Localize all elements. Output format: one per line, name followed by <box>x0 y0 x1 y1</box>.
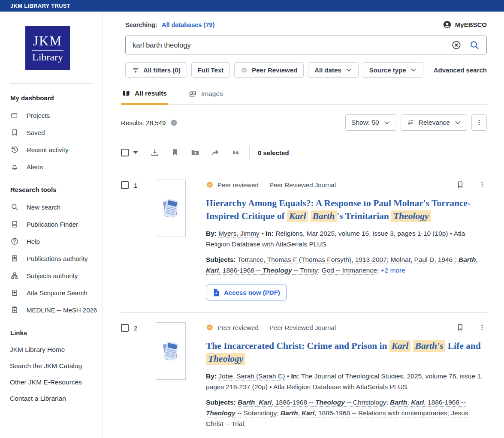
text-link-segment[interactable]: , 1886-1968 -- Relations with contempora… <box>314 409 447 417</box>
text-link-segment[interactable]: Karl <box>259 399 272 407</box>
tab-images[interactable]: Images <box>187 89 224 104</box>
result-card-2: 2 <box>121 313 487 438</box>
sidebar-item-label: Publication Finder <box>27 221 78 228</box>
result-number: 2 <box>134 324 137 332</box>
sidebar-item-new-search[interactable]: New search <box>0 198 103 216</box>
chevron-down-icon <box>383 119 390 126</box>
text-link-segment[interactable]: Torrance, Thomas F (Thomas Forsyth), 191… <box>238 256 387 264</box>
text-link-segment[interactable]: -- Soteriology <box>235 409 277 417</box>
all-filters-button[interactable]: All filters (0) <box>125 62 187 78</box>
save-bookmark-button[interactable] <box>169 147 181 158</box>
sidebar-item-atla-scripture-search[interactable]: Atla Scripture Search <box>0 284 103 301</box>
text-link-segment[interactable]: , 1886-1968 -- <box>219 267 263 275</box>
result-more-options-button[interactable] <box>477 323 487 332</box>
sidebar-item-subjects-authority[interactable]: Subjects authority <box>0 267 103 284</box>
access-pdf-button[interactable]: Access now (PDF) <box>206 285 287 300</box>
sidebar-item-publications-authority[interactable]: Publications authority <box>0 250 103 267</box>
library-logo[interactable]: JKM Library <box>25 26 70 70</box>
text-segment: The Incarcerated Christ: Crime and Priso… <box>206 341 389 351</box>
text-link-segment[interactable]: Theology <box>263 267 292 275</box>
text-segment: Theology <box>206 353 245 365</box>
link-other-jkm-eresources[interactable]: Other JKM E-Resources <box>0 374 103 390</box>
result-checkbox[interactable] <box>121 181 129 189</box>
peer-reviewed-button[interactable]: Peer Reviewed <box>234 62 304 78</box>
text-link-segment[interactable]: -- Trinity <box>292 267 318 275</box>
sort-dropdown[interactable]: Relevance <box>401 114 467 131</box>
text-link-segment[interactable]: -- Christology <box>345 399 386 407</box>
sidebar-item-saved[interactable]: Saved <box>0 124 103 141</box>
result-thumbnail[interactable] <box>156 322 186 380</box>
all-dates-label: All dates <box>314 66 341 74</box>
all-dates-dropdown[interactable]: All dates <box>308 62 359 78</box>
text-link-segment[interactable]: , <box>476 256 477 264</box>
add-to-project-button[interactable] <box>190 147 201 158</box>
kebab-icon <box>475 119 483 126</box>
text-link-segment[interactable]: God -- Immanence <box>322 267 377 275</box>
person-icon <box>443 20 452 29</box>
text-link-segment[interactable]: Molnar, Paul D, 1946- <box>390 256 455 264</box>
search-input[interactable] <box>133 41 444 49</box>
text-segment: In: <box>266 230 275 237</box>
text-link-segment[interactable]: Theology <box>206 409 235 417</box>
text-link-segment[interactable]: Barth <box>238 399 255 407</box>
result-thumbnail[interactable] <box>156 180 186 237</box>
hierarchy-icon <box>10 271 19 280</box>
info-icon[interactable] <box>170 119 178 127</box>
text-link-segment[interactable]: , <box>407 399 411 407</box>
text-link-segment[interactable]: Barth <box>459 256 476 264</box>
search-submit-button[interactable] <box>468 39 480 51</box>
all-databases-link[interactable]: All databases (79) <box>162 21 214 28</box>
source-type-label: Source type <box>369 66 406 74</box>
result-title[interactable]: Hierarchy Among Equals?: A Response to P… <box>206 197 483 222</box>
text-link-segment[interactable]: , 1886-1968 -- <box>424 399 465 407</box>
sidebar-item-medline-mesh[interactable]: MEDLINE -- MeSH 2026 <box>0 301 103 318</box>
peer-reviewed-badge: Peer reviewed <box>217 181 259 189</box>
tab-all-results[interactable]: All results <box>121 89 168 105</box>
text-link-segment[interactable]: +2 more <box>380 267 405 274</box>
text-link-segment[interactable]: , 1886-1968 -- <box>272 399 315 407</box>
select-all-caret[interactable] <box>133 151 138 156</box>
result-title[interactable]: The Incarcerated Christ: Crime and Priso… <box>206 339 483 365</box>
results-more-options-button[interactable] <box>471 114 487 131</box>
bookmark-icon <box>10 128 19 137</box>
full-text-button[interactable]: Full Text <box>191 62 230 78</box>
result-more-options-button[interactable] <box>477 180 487 189</box>
text-link-segment[interactable]: Karl <box>206 267 219 275</box>
selected-count: 0 selected <box>258 149 289 156</box>
access-pdf-label: Access now (PDF) <box>224 289 280 296</box>
link-jkm-library-home[interactable]: JKM Library Home <box>0 342 103 358</box>
clear-search-button[interactable] <box>450 39 462 51</box>
text-link-segment[interactable]: Karl <box>302 409 314 417</box>
result-checkbox[interactable] <box>121 324 129 332</box>
download-button[interactable] <box>149 147 160 158</box>
text-link-segment[interactable]: , <box>255 399 259 407</box>
bell-icon <box>10 162 19 171</box>
share-button[interactable] <box>210 147 221 158</box>
text-link-segment[interactable]: Barth <box>390 399 407 407</box>
text-link-segment[interactable]: Myers, Jimmy <box>218 230 260 238</box>
advanced-search-link[interactable]: Advanced search <box>434 66 487 74</box>
show-per-page-dropdown[interactable]: Show: 50 <box>345 114 396 131</box>
text-link-segment[interactable]: Barth <box>281 409 298 417</box>
link-search-jkm-catalog[interactable]: Search the JKM Catalog <box>0 358 103 374</box>
text-link-segment[interactable]: Theology <box>315 399 345 407</box>
institution-name: JKM LIBRARY TRUST <box>10 3 70 9</box>
sidebar-item-recent-activity[interactable]: Recent activity <box>0 141 103 158</box>
chevron-down-icon <box>454 119 461 126</box>
sidebar-item-projects[interactable]: Projects <box>0 107 103 124</box>
sidebar-item-alerts[interactable]: Alerts <box>0 158 103 175</box>
myebsco-button[interactable]: MyEBSCO <box>443 20 487 29</box>
text-link-segment[interactable]: Karl <box>411 399 424 407</box>
cite-button[interactable] <box>230 147 241 158</box>
text-link-segment[interactable]: , <box>298 409 302 417</box>
sidebar-item-label: New search <box>27 204 60 211</box>
sidebar-item-help[interactable]: Help <box>0 233 103 250</box>
sidebar-item-publication-finder[interactable]: Publication Finder <box>0 216 103 233</box>
bookmark-result-button[interactable] <box>455 322 465 333</box>
text-segment: Life and <box>445 341 480 351</box>
bookmark-result-button[interactable] <box>455 180 465 190</box>
select-all-checkbox[interactable] <box>121 149 129 156</box>
source-type-dropdown[interactable]: Source type <box>363 62 423 78</box>
text-link-segment[interactable]: Jobe, Sarah (Sarah C) <box>218 372 285 381</box>
link-contact-librarian[interactable]: Contact a Librarian <box>0 390 103 407</box>
